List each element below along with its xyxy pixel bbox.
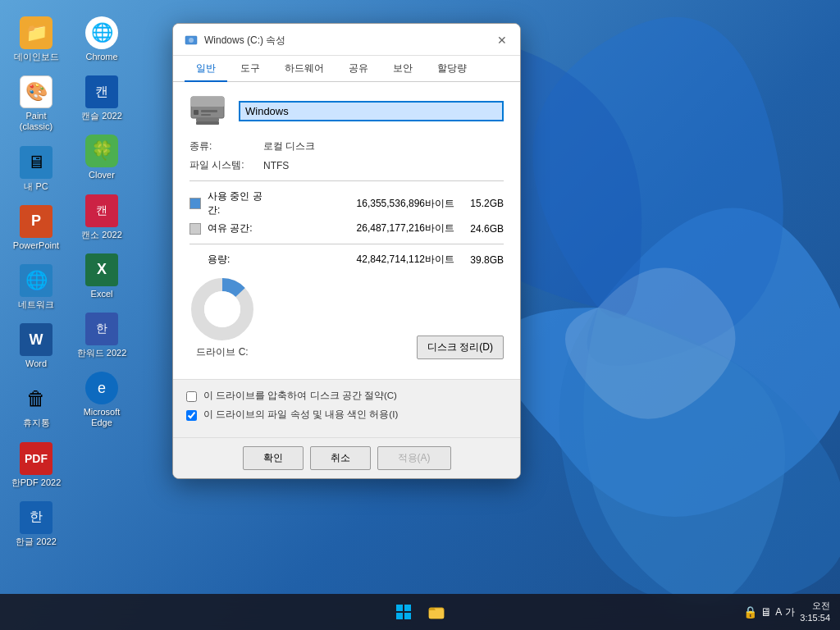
icon-clover[interactable]: 🍀 Clover bbox=[72, 131, 131, 184]
svg-rect-13 bbox=[404, 605, 411, 611]
fs-label: 파일 시스템: bbox=[189, 158, 263, 172]
index-checkbox[interactable] bbox=[186, 410, 197, 421]
svg-point-1 bbox=[189, 38, 194, 43]
apply-button[interactable]: 적용(A) bbox=[377, 446, 451, 470]
hangul3-icon: 캔 bbox=[85, 194, 118, 227]
divider1 bbox=[189, 180, 504, 181]
network-tray-icon: 🔒 bbox=[743, 605, 757, 619]
used-label: 사용 중인 공간: bbox=[208, 189, 273, 217]
icon-chrome[interactable]: 🌐 Chrome bbox=[72, 13, 131, 66]
icon-recycle[interactable]: 🗑 휴지통 bbox=[7, 379, 66, 431]
hangeul-icon: 한 bbox=[20, 501, 52, 534]
svg-rect-3 bbox=[191, 97, 224, 107]
capacity-label: 용량: bbox=[208, 253, 257, 267]
ok-button[interactable]: 확인 bbox=[243, 446, 304, 470]
type-value: 로컬 디스크 bbox=[263, 139, 315, 153]
edge-icon: e bbox=[85, 372, 118, 404]
icon-paint[interactable]: 🎨 Paint (classic) bbox=[7, 72, 66, 135]
icon-label-clover: Clover bbox=[89, 170, 115, 180]
icon-label-hangeul: 한글 2022 bbox=[16, 536, 57, 547]
tab-tools[interactable]: 도구 bbox=[229, 57, 272, 82]
icon-hangeul[interactable]: 한 한글 2022 bbox=[7, 498, 66, 550]
icon-label-word: Word bbox=[25, 358, 47, 369]
kbd-indicator[interactable]: A bbox=[775, 606, 782, 618]
icon-label-paint: Paint (classic) bbox=[10, 111, 62, 132]
taskbar-center bbox=[389, 597, 451, 627]
tab-sharing[interactable]: 공유 bbox=[337, 57, 380, 82]
icon-hangul3[interactable]: 캔 캔소 2022 bbox=[72, 191, 131, 244]
mypc-icon: 🖥 bbox=[20, 146, 52, 179]
icon-hanword[interactable]: 한 한워드 2022 bbox=[72, 309, 131, 362]
index-label: 이 드라이브의 파일 속성 및 내용 색인 허용(I) bbox=[203, 409, 398, 421]
icon-label-excel: Excel bbox=[91, 289, 113, 299]
svg-rect-5 bbox=[201, 110, 217, 112]
svg-rect-15 bbox=[404, 613, 411, 619]
icon-label-hanpdf: 한PDF 2022 bbox=[11, 477, 62, 488]
taskbar-explorer[interactable] bbox=[422, 597, 451, 627]
type-row: 종류: 로컬 디스크 bbox=[189, 139, 504, 153]
icon-desktop-folder[interactable]: 📁 데이인보드 bbox=[7, 13, 66, 66]
capacity-bytes: 42,842,714,112바이트 bbox=[257, 253, 454, 267]
drive-header bbox=[189, 95, 504, 126]
svg-rect-17 bbox=[429, 610, 444, 619]
clock-ampm: 오전 bbox=[812, 600, 830, 612]
dialog-title-left: Windows (C:) 속성 bbox=[185, 34, 285, 48]
icon-label-hangul3: 캔소 2022 bbox=[81, 230, 122, 240]
powerpoint-icon: P bbox=[20, 205, 52, 238]
svg-rect-4 bbox=[194, 110, 199, 115]
excel-icon: X bbox=[85, 253, 118, 286]
svg-rect-6 bbox=[201, 114, 211, 116]
icon-mypc[interactable]: 🖥 내 PC bbox=[7, 143, 66, 195]
clover-icon: 🍀 bbox=[85, 135, 118, 167]
icon-network[interactable]: 🌐 네트워크 bbox=[7, 261, 66, 313]
free-row: 여유 공간: 26,487,177,216바이트 24.6GB bbox=[189, 221, 504, 235]
free-color-box bbox=[189, 223, 201, 235]
start-button[interactable] bbox=[389, 597, 418, 627]
capacity-row: 용량: 42,842,714,112바이트 39.8GB bbox=[189, 253, 504, 267]
donut-container: 드라이브 C: bbox=[189, 276, 255, 359]
chrome-icon: 🌐 bbox=[85, 16, 118, 49]
taskbar-clock[interactable]: 오전 3:15:54 bbox=[800, 600, 830, 625]
drive-icon-box bbox=[189, 95, 226, 126]
svg-point-11 bbox=[204, 291, 240, 327]
free-gb: 24.6GB bbox=[461, 223, 504, 235]
tab-general[interactable]: 일반 bbox=[185, 57, 227, 82]
compress-label: 이 드라이브를 압축하여 디스크 공간 절약(C) bbox=[203, 390, 397, 402]
drive-name-input[interactable] bbox=[239, 101, 504, 121]
icon-edge[interactable]: e Microsoft Edge bbox=[72, 368, 131, 431]
cancel-button[interactable]: 취소 bbox=[310, 446, 371, 470]
icon-word[interactable]: W Word bbox=[7, 320, 66, 372]
svg-rect-7 bbox=[196, 118, 219, 121]
recycle-icon: 🗑 bbox=[20, 382, 52, 415]
dialog-tabs: 일반 도구 하드웨어 공유 보안 할당량 bbox=[173, 56, 520, 82]
lang-indicator[interactable]: 가 bbox=[785, 605, 795, 619]
taskbar-right: 🔒 🖥 A 가 오전 3:15:54 bbox=[743, 600, 830, 625]
fs-row: 파일 시스템: NTFS bbox=[189, 158, 504, 172]
icon-excel[interactable]: X Excel bbox=[72, 250, 131, 303]
tab-security[interactable]: 보안 bbox=[381, 57, 424, 82]
icon-label-chrome: Chrome bbox=[85, 52, 117, 62]
icon-label-desktop: 데이인보드 bbox=[14, 52, 59, 62]
divider2 bbox=[189, 244, 504, 244]
icon-label-ppt: PowerPoint bbox=[13, 240, 59, 251]
fs-value: NTFS bbox=[263, 160, 289, 171]
chart-section: 드라이브 C: 디스크 정리(D) bbox=[189, 276, 504, 359]
icon-label-mypc: 내 PC bbox=[24, 181, 48, 192]
icon-hangul2022[interactable]: 캔 캔슬 2022 bbox=[72, 72, 131, 125]
icon-hanpdf[interactable]: PDF 한PDF 2022 bbox=[7, 439, 66, 491]
compress-checkbox-row: 이 드라이브를 압축하여 디스크 공간 절약(C) bbox=[186, 390, 507, 402]
dialog-titlebar: Windows (C:) 속성 ✕ bbox=[173, 24, 520, 56]
close-button[interactable]: ✕ bbox=[494, 32, 510, 48]
icon-label-network: 네트워크 bbox=[18, 299, 54, 310]
properties-dialog: Windows (C:) 속성 ✕ 일반 도구 하드웨어 공유 보안 할당량 bbox=[172, 23, 521, 479]
used-gb: 15.2GB bbox=[461, 198, 504, 209]
svg-rect-8 bbox=[196, 121, 219, 125]
tab-hardware[interactable]: 하드웨어 bbox=[273, 57, 336, 82]
icon-powerpoint[interactable]: P PowerPoint bbox=[7, 202, 66, 254]
tab-quota[interactable]: 할당량 bbox=[426, 57, 478, 82]
disk-clean-button[interactable]: 디스크 정리(D) bbox=[417, 336, 504, 359]
folder-icon: 📁 bbox=[20, 16, 52, 49]
checkbox-section: 이 드라이브를 압축하여 디스크 공간 절약(C) 이 드라이브의 파일 속성 … bbox=[173, 379, 520, 437]
free-bytes: 26,487,177,216바이트 bbox=[273, 221, 454, 235]
compress-checkbox[interactable] bbox=[186, 391, 197, 402]
